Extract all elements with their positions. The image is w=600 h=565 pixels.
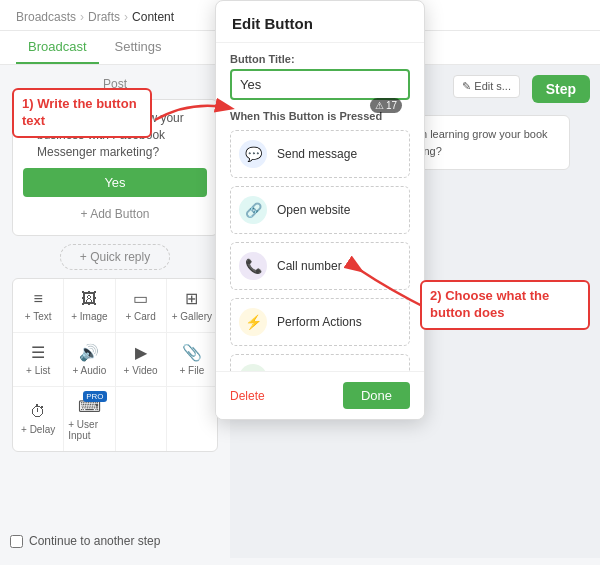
toolbar-row-3: ⏱ + Delay ⌨ + User Input PRO [13,387,217,451]
breadcrumb-current: Content [132,10,174,24]
toolbar-card[interactable]: ▭ + Card [116,279,167,332]
continue-label: Continue to another step [29,534,160,548]
toolbar-user-input[interactable]: ⌨ + User Input PRO [64,387,115,451]
flow-card: n learning grow your book ing? [410,115,570,170]
perform-actions-label: Perform Actions [277,315,362,329]
tab-settings[interactable]: Settings [103,31,174,64]
send-message-icon: 💬 [239,140,267,168]
toolbar-text[interactable]: ≡ + Text [13,279,64,332]
perform-actions-icon: ⚡ [239,308,267,336]
toolbar-gallery[interactable]: ⊞ + Gallery [167,279,217,332]
toolbar-list[interactable]: ☰ + List [13,333,64,386]
continue-row: Continue to another step [10,534,160,548]
file-icon: 📎 [182,343,202,362]
call-number-icon: 📞 [239,252,267,280]
call-number-label: Call number [277,259,342,273]
toolbar-user-input-label: + User Input [68,419,110,441]
card-icon: ▭ [133,289,148,308]
continue-checkbox[interactable] [10,535,23,548]
delete-button[interactable]: Delete [230,389,265,403]
char-count-icon: ⚠ [375,100,384,111]
left-panel: Post ⚠ rning more about grow your busine… [0,65,230,558]
breadcrumb-drafts[interactable]: Drafts [88,10,120,24]
toolbar-row-2: ☰ + List 🔊 + Audio ▶ + Video 📎 + File [13,333,217,387]
step-node[interactable]: Step [532,75,590,103]
toolbar-file-label: + File [180,365,205,376]
open-website-label: Open website [277,203,350,217]
add-button-link[interactable]: + Add Button [23,203,207,225]
toolbar-video[interactable]: ▶ + Video [116,333,167,386]
modal-footer: Delete Done [216,371,424,419]
list-icon: ☰ [31,343,45,362]
toolbar-text-label: + Text [25,311,52,322]
toolbar-image[interactable]: 🖼 + Image [64,279,115,332]
delay-icon: ⏱ [30,403,46,421]
edit-button-modal: Edit Button Button Title: When This Butt… [215,0,425,420]
toolbar-card-label: + Card [125,311,155,322]
toolbar-list-label: + List [26,365,50,376]
toolbar-audio-label: + Audio [73,365,107,376]
done-button[interactable]: Done [343,382,410,409]
toolbar-empty-1 [116,387,167,451]
quick-reply-button[interactable]: + Quick reply [60,244,170,270]
char-counter: ⚠ 17 [370,98,402,113]
toolbar-file[interactable]: 📎 + File [167,333,217,386]
image-icon: 🖼 [81,290,97,308]
audio-icon: 🔊 [79,343,99,362]
breadcrumb-broadcasts[interactable]: Broadcasts [16,10,76,24]
tab-broadcast[interactable]: Broadcast [16,31,99,64]
annotation-choose-action: 2) Choose what the button does [420,280,590,330]
button-title-input[interactable] [230,69,410,100]
toolbar-gallery-label: + Gallery [172,311,212,322]
action-open-website[interactable]: 🔗 Open website [230,186,410,234]
char-count-value: 17 [386,100,397,111]
toolbar-delay[interactable]: ⏱ + Delay [13,387,64,451]
video-icon: ▶ [135,343,147,362]
content-toolbar: ≡ + Text 🖼 + Image ▭ + Card ⊞ + Gallery [12,278,218,452]
action-call-number[interactable]: 📞 Call number [230,242,410,290]
yes-button[interactable]: Yes [23,168,207,197]
edit-step-button[interactable]: ✎ Edit s... [453,75,520,98]
toolbar-audio[interactable]: 🔊 + Audio [64,333,115,386]
action-send-message[interactable]: 💬 Send message [230,130,410,178]
toolbar-video-label: + Video [124,365,158,376]
toolbar-delay-label: + Delay [21,424,55,435]
text-icon: ≡ [33,290,42,308]
open-website-icon: 🔗 [239,196,267,224]
gallery-icon: ⊞ [185,289,198,308]
toolbar-empty-2 [167,387,217,451]
annotation-write-text: 1) Write the button text [12,88,152,138]
send-message-label: Send message [277,147,357,161]
toolbar-image-label: + Image [71,311,107,322]
modal-title: Edit Button [216,1,424,43]
action-perform-actions[interactable]: ⚡ Perform Actions [230,298,410,346]
button-title-label: Button Title: [230,53,410,65]
pro-badge: PRO [83,391,106,402]
toolbar-row-1: ≡ + Text 🖼 + Image ▭ + Card ⊞ + Gallery [13,279,217,333]
